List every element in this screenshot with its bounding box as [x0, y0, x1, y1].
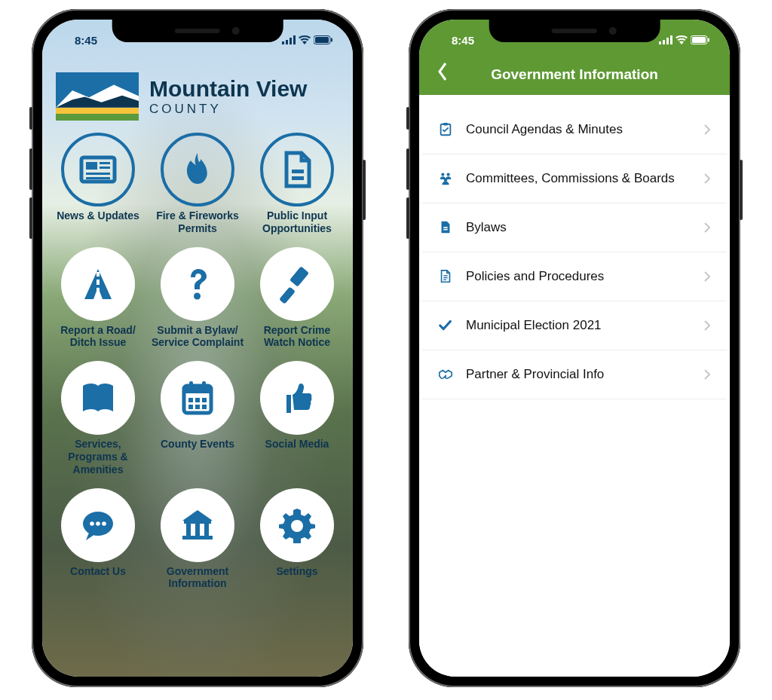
home-tile-gear[interactable]: Settings — [247, 487, 347, 598]
question-icon — [161, 247, 234, 321]
battery-icon — [314, 35, 333, 44]
svg-rect-1 — [286, 40, 288, 44]
svg-rect-5 — [315, 37, 329, 43]
chat-icon — [61, 488, 135, 562]
home-tile-road[interactable]: Report a Road/Ditch Issue — [48, 246, 148, 357]
home-tile-book[interactable]: Services, Programs & Amenities — [48, 359, 148, 483]
svg-rect-2 — [290, 38, 292, 44]
status-time: 8:45 — [439, 28, 487, 47]
list-item[interactable]: Council Agendas & Minutes — [422, 105, 727, 154]
home-tile-flame[interactable]: Fire & Fireworks Permits — [148, 131, 247, 243]
home-tile-thumbs-up[interactable]: Social Media — [247, 359, 347, 483]
home-tile-bank[interactable]: Government Information — [148, 487, 247, 598]
list-item-label: Municipal Election 2021 — [466, 318, 701, 333]
tile-label: News & Updates — [57, 209, 139, 222]
phone-detail: Government Information 8:45 Council Agen… — [409, 9, 740, 687]
chevron-left-icon — [437, 62, 449, 81]
battery-icon — [691, 35, 710, 44]
status-indicators — [659, 29, 710, 44]
brand-logo-text: Mountain View COUNTY — [149, 76, 307, 117]
cellular-icon — [282, 35, 296, 44]
list-item-label: Bylaws — [466, 220, 701, 235]
svg-rect-10 — [670, 35, 672, 44]
brand-name: Mountain View — [149, 76, 307, 102]
road-icon — [61, 247, 135, 321]
book-icon — [61, 361, 135, 435]
wifi-icon — [676, 35, 688, 44]
tile-label: Submit a Bylaw/Service Complaint — [152, 324, 244, 350]
home-tile-gavel[interactable]: Report Crime Watch Notice — [247, 246, 347, 357]
tile-label: Report a Road/Ditch Issue — [60, 324, 136, 350]
svg-rect-13 — [708, 38, 709, 42]
list-item[interactable]: Municipal Election 2021 — [422, 301, 727, 350]
doc-lines-icon — [436, 269, 455, 284]
brand-header: Mountain View COUNTY — [42, 65, 353, 124]
check-icon — [436, 318, 455, 333]
svg-rect-3 — [293, 35, 296, 44]
tile-label: Services, Programs & Amenities — [50, 438, 146, 475]
brand-logo-icon — [56, 72, 139, 121]
status-time: 8:45 — [62, 28, 110, 47]
tile-label: County Events — [161, 438, 234, 451]
clipboard-icon — [436, 122, 455, 137]
device-notch — [112, 20, 283, 42]
gear-icon — [260, 488, 334, 562]
cellular-icon — [659, 35, 672, 44]
svg-rect-0 — [282, 41, 284, 44]
list-item-label: Policies and Procedures — [466, 269, 701, 284]
tile-label: Report Crime Watch Notice — [249, 324, 345, 350]
chevron-right-icon — [701, 271, 713, 282]
home-tile-chat[interactable]: Contact Us — [48, 487, 148, 598]
device-notch — [489, 20, 660, 42]
bank-icon — [161, 488, 234, 562]
gavel-icon — [260, 247, 334, 321]
list-item[interactable]: Policies and Procedures — [422, 252, 727, 301]
home-tile-document[interactable]: Public Input Opportunities — [247, 131, 347, 243]
detail-list: Council Agendas & MinutesCommittees, Com… — [419, 95, 730, 677]
tile-label: Contact Us — [70, 565, 126, 578]
wifi-icon — [299, 35, 311, 44]
document-icon — [260, 133, 334, 206]
chevron-right-icon — [701, 124, 713, 135]
phone-home: 8:45 Mountain View COUNTY News & Updates… — [32, 9, 363, 687]
home-screen: 8:45 Mountain View COUNTY News & Updates… — [42, 20, 353, 677]
back-button[interactable] — [431, 60, 454, 83]
home-tile-grid: News & UpdatesFire & Fireworks PermitsPu… — [42, 127, 353, 602]
brand-subtitle: COUNTY — [149, 102, 307, 117]
home-tile-calendar[interactable]: County Events — [148, 359, 247, 483]
tile-label: Social Media — [265, 438, 329, 451]
doc-icon — [436, 220, 455, 235]
chevron-right-icon — [701, 222, 713, 233]
list-item[interactable]: Bylaws — [422, 203, 727, 252]
svg-rect-6 — [331, 38, 332, 42]
svg-rect-12 — [692, 37, 706, 43]
newspaper-icon — [61, 133, 135, 206]
tile-label: Public Input Opportunities — [249, 209, 345, 235]
list-item-label: Partner & Provincial Info — [466, 367, 701, 382]
chevron-right-icon — [701, 320, 713, 331]
list-item-label: Committees, Commissions & Boards — [466, 171, 701, 186]
handshake-icon — [436, 367, 455, 382]
tile-label: Settings — [276, 565, 317, 578]
tile-label: Government Information — [149, 565, 246, 591]
chevron-right-icon — [701, 369, 713, 380]
people-icon — [436, 171, 455, 186]
list-item-label: Council Agendas & Minutes — [466, 122, 701, 137]
calendar-icon — [161, 361, 234, 435]
page-title: Government Information — [419, 66, 730, 83]
tile-label: Fire & Fireworks Permits — [149, 209, 246, 235]
home-tile-newspaper[interactable]: News & Updates — [48, 131, 148, 243]
list-item[interactable]: Committees, Commissions & Boards — [422, 154, 727, 203]
detail-screen: Government Information 8:45 Council Agen… — [419, 20, 730, 677]
status-indicators — [282, 29, 333, 44]
flame-icon — [161, 133, 234, 206]
svg-rect-7 — [659, 41, 661, 44]
chevron-right-icon — [701, 173, 713, 184]
svg-rect-8 — [663, 40, 665, 44]
thumbs-up-icon — [260, 361, 334, 435]
svg-rect-9 — [666, 38, 669, 44]
home-tile-question[interactable]: Submit a Bylaw/Service Complaint — [148, 246, 247, 357]
list-item[interactable]: Partner & Provincial Info — [422, 350, 727, 399]
